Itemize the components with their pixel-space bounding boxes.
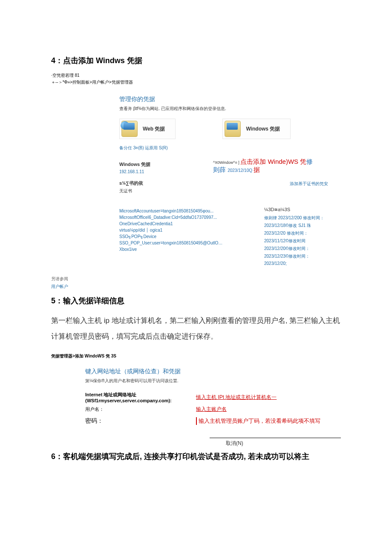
step4-breadcrumb: ＋--＞*Φ»>控制面板>用户帐户>凭据管理器 (51, 79, 341, 85)
date-row: 2023/12/20 修改时间： (264, 230, 341, 236)
step6-title: 6：客机端凭据填写完成后, 连接共享打印机尝试是否成功, 若未成功可以将主 (51, 451, 341, 462)
manage-title: 管理你的凭据 (119, 96, 341, 103)
annotation-line2: 则薛 2023/12/10Q 据 (213, 166, 341, 174)
win-cred-header: Windows 凭据 (119, 161, 209, 168)
cred-item[interactable]: MicrosoftOfficeI6_Datadive:Cid=5ddfaO173… (119, 215, 247, 220)
addr-label: Internet 地址或网络地址 (WSf1rmyserver,server.c… (85, 392, 196, 403)
pw-label: 密码： (85, 417, 196, 425)
web-cred-label: Web 凭据 (143, 125, 165, 133)
add-cert-link[interactable]: 添加基于证书的凭安 (213, 181, 341, 187)
cred-item[interactable]: OneDriveCachedCredentia1 (119, 221, 247, 226)
cred-item[interactable]: virtua¼pp/did │ ogica1 (119, 228, 247, 232)
no-cert: 无证书 (119, 188, 209, 194)
cred-item[interactable]: MicrosoftAccountuser=tangxin18508150495φ… (119, 209, 247, 213)
cred-item[interactable]: Xbox1ive (119, 247, 247, 252)
annotation-line1: ^X0Window^≡ ] 点击添加 Winde)WS 凭修 (213, 158, 341, 166)
date-row: 2023/11/12©修改时间 (264, 238, 341, 244)
date-row: 修则律 2023/12/200 修改时间： (264, 215, 341, 221)
refs-link[interactable]: 用户帐户 (51, 284, 341, 290)
manage-sub: 查看并 βtf¾你为网站. 已应用程序和网络保存的登录信息. (119, 106, 341, 112)
step4-note: ·空凭密若理 81 (51, 73, 341, 78)
windows-cred-tile[interactable]: Windows 凭据 (222, 119, 291, 139)
cred-item[interactable]: SSO╗POP╗Device (119, 234, 247, 239)
ip-entry[interactable]: 192.168.1.11 (119, 169, 209, 174)
date-row: 2023/12/20; (264, 261, 341, 266)
windows-cred-label: Windows 凭据 (246, 125, 280, 133)
date-row: 2023/12/20©修改时间： (264, 246, 341, 252)
form-sub: 第¼保你®入的用户名和密码可以用于访问该位置. (85, 378, 341, 384)
step5-title: 5：输入凭据详细信息 (51, 296, 341, 306)
date-row: 2023/12/18©修改 SJ1 珠 (264, 223, 341, 229)
web-cred-icon (121, 121, 138, 137)
step5-body: 第一栏输入主机 ip 地址或计算机名，第二栏输入刚刚查看的管理员用户名, 第三栏… (51, 313, 341, 345)
step4-title: 4：点击添加 Windws 凭据 (51, 55, 341, 66)
refs-title: 另请参阅 (51, 276, 68, 281)
cert-note: s¾∑书的依 (119, 180, 209, 186)
date-row: 2023/12/23©修改时间： (264, 253, 341, 259)
web-cred-tile[interactable]: Web 凭据 (119, 119, 176, 139)
dates-header: ¼3D≅a¼3S (264, 207, 341, 212)
form-title: 键入网站地址（或网络位查）和凭据 (85, 368, 341, 375)
user-input[interactable]: 输入主账户名 (196, 406, 227, 413)
pw-input[interactable]: 输入主机管理员账户丁码，若没看希码此项不填写 (196, 417, 320, 425)
addr-input[interactable]: 慎入主机 IPt 地址或主机计算机名一 (196, 394, 277, 401)
backup-restore-link[interactable]: 备分任 3≡(B) 运原用 S(R) (119, 145, 341, 151)
windows-cred-icon (225, 121, 241, 137)
step5-breadcrumb: 凭据管理器>添加 WindoWS 凭 3S (51, 353, 341, 359)
cancel-button[interactable]: 取消(N) (210, 438, 341, 447)
cred-item[interactable]: SSO_POP_User:user=tongxin18508150495@Out… (119, 241, 247, 245)
user-label: 用户名： (85, 406, 196, 413)
